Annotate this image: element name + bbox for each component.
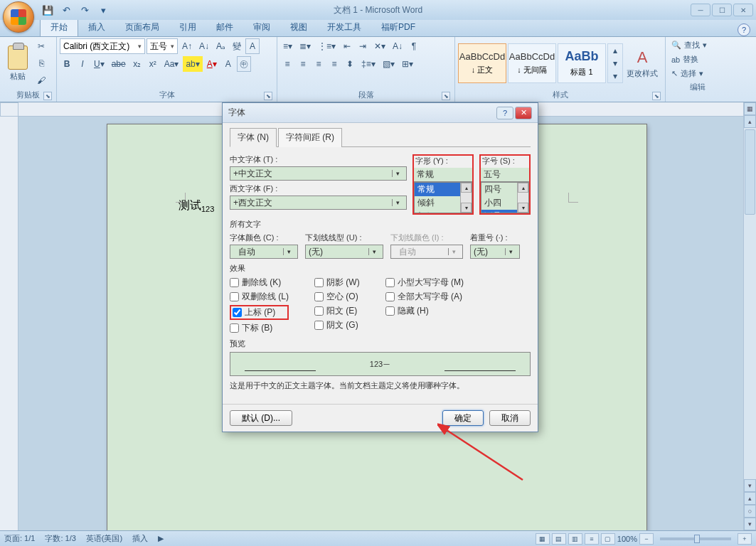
highlight-button[interactable]: ab▾ [183,56,202,72]
justify-button[interactable]: ≡ [327,56,341,72]
change-styles-button[interactable]: A 更改样式 [624,48,660,79]
dialog-help-button[interactable]: ? [496,107,513,119]
font-size-input[interactable]: 五号 [481,168,529,182]
multilevel-list-button[interactable]: ⋮≡▾ [315,38,339,54]
italic-button[interactable]: I [75,56,90,72]
zoom-thumb[interactable] [694,535,700,543]
tab-view[interactable]: 视图 [280,18,317,36]
shrink-font-icon[interactable]: A↓ [196,38,212,54]
grow-font-icon[interactable]: A↑ [179,38,195,54]
indent-right-button[interactable]: ⇥ [356,38,370,54]
enclose-char-button[interactable]: ㊥ [237,56,251,72]
indent-left-button[interactable]: ⇤ [340,38,354,54]
status-macro-icon[interactable]: ▶ [158,534,164,543]
scroll-thumb[interactable] [745,129,755,215]
align-left-button[interactable]: ≡ [280,56,294,72]
cancel-button[interactable]: 取消 [489,410,531,426]
checkbox-strikethrough[interactable]: 删除线 (K) [230,277,289,289]
zoom-slider[interactable] [660,537,731,540]
change-case-button[interactable]: Aa▾ [161,56,182,72]
styles-more[interactable]: ▾ [608,70,622,82]
checkbox-superscript[interactable]: 上标 (P) [230,305,289,320]
checkbox-small-caps[interactable]: 小型大写字母 (M) [385,277,464,289]
status-insert-mode[interactable]: 插入 [132,533,148,544]
redo-icon[interactable]: ↷ [77,2,92,18]
zoom-out-button[interactable]: − [639,533,654,545]
asian-layout-button[interactable]: ✕▾ [371,38,388,54]
vertical-scrollbar[interactable]: ▦ ▴ ▾ ▴ ○ ▾ [743,102,756,530]
qat-dropdown-icon[interactable]: ▾ [95,2,111,18]
distribute-button[interactable]: ⬍ [343,56,357,72]
select-button[interactable]: ↖选择▾ [669,67,706,80]
status-language[interactable]: 英语(美国) [86,533,122,544]
minimize-button[interactable]: ─ [691,4,710,16]
borders-button[interactable]: ⊞▾ [399,56,416,72]
zoom-in-button[interactable]: + [738,533,752,545]
checkbox-hidden[interactable]: 隐藏 (H) [385,305,464,317]
paste-button[interactable]: 粘贴 [3,46,33,82]
clipboard-dialog-launcher[interactable]: ⬊ [43,92,52,100]
underline-style-combo[interactable]: (无)▾ [305,245,383,259]
style-no-spacing[interactable]: AaBbCcDd↓ 无间隔 [508,43,556,83]
strikethrough-button[interactable]: abe [109,56,129,72]
style-heading-1[interactable]: AaBb标题 1 [558,43,606,83]
font-color-combo[interactable]: 自动▾ [230,245,298,259]
superscript-button[interactable]: x² [146,56,160,72]
dialog-tab-char-spacing[interactable]: 字符间距 (R) [278,128,342,147]
ruler-toggle-icon[interactable]: ▦ [744,102,756,115]
tab-home[interactable]: 开始 [40,18,78,36]
cut-icon[interactable]: ✂ [34,38,48,54]
clear-format-icon[interactable]: Aₐ [213,38,228,54]
tab-foxit-pdf[interactable]: 福昕PDF [371,18,425,36]
ok-button[interactable]: 确定 [442,410,484,426]
char-border-icon[interactable]: A [245,38,260,54]
underline-button[interactable]: U▾ [91,56,107,72]
font-size-list[interactable]: 四号 小四 五号 ▴▾ [481,182,529,213]
styles-scroll-up[interactable]: ▴ [608,44,622,57]
view-outline[interactable]: ≡ [585,533,599,545]
bullets-button[interactable]: ≡▾ [280,38,295,54]
align-right-button[interactable]: ≡ [312,56,326,72]
tab-page-layout[interactable]: 页面布局 [115,18,169,36]
checkbox-outline[interactable]: 空心 (O) [314,291,360,303]
shading-button[interactable]: ▧▾ [380,56,398,72]
checkbox-subscript[interactable]: 下标 (B) [230,322,289,334]
format-painter-icon[interactable]: 🖌 [34,73,48,88]
font-size-combo[interactable]: 五号▾ [147,38,178,54]
line-spacing-button[interactable]: ‡≡▾ [358,56,378,72]
default-button[interactable]: 默认 (D)... [230,410,292,426]
checkbox-double-strikethrough[interactable]: 双删除线 (L) [230,291,289,303]
checkbox-shadow[interactable]: 阴影 (W) [314,277,360,289]
help-icon[interactable]: ? [738,23,750,36]
tab-review[interactable]: 审阅 [243,18,280,36]
styles-scroll-down[interactable]: ▾ [608,57,622,70]
office-button[interactable] [3,1,34,33]
cn-font-combo[interactable]: +中文正文▾ [230,166,407,181]
close-button[interactable]: ✕ [733,4,753,16]
browse-object-button[interactable]: ○ [744,505,756,518]
view-web-layout[interactable]: ▥ [568,533,582,545]
vertical-ruler[interactable] [0,117,18,530]
subscript-button[interactable]: x₂ [130,56,144,72]
bold-button[interactable]: B [60,56,74,72]
styles-dialog-launcher[interactable]: ⬊ [652,92,661,100]
show-marks-button[interactable]: ¶ [407,38,421,54]
status-words[interactable]: 字数: 1/3 [45,533,75,544]
char-shading-button[interactable]: A [221,56,235,72]
font-dialog-launcher[interactable]: ⬊ [264,92,272,100]
copy-icon[interactable]: ⎘ [34,55,48,71]
scroll-down-button[interactable]: ▾ [744,479,756,492]
view-full-screen[interactable]: ▤ [552,533,566,545]
font-style-input[interactable]: 常规 [414,168,472,182]
checkbox-engrave[interactable]: 阴文 (G) [314,319,360,331]
font-color-button[interactable]: A▾ [204,56,220,72]
tab-references[interactable]: 引用 [169,18,206,36]
dialog-tab-font[interactable]: 字体 (N) [230,128,277,147]
maximize-button[interactable]: ☐ [712,4,732,16]
replace-button[interactable]: ab替换 [669,53,701,66]
save-icon[interactable]: 💾 [40,2,55,18]
prev-page-button[interactable]: ▴ [744,492,756,505]
status-page[interactable]: 页面: 1/1 [4,533,35,544]
tab-developer[interactable]: 开发工具 [317,18,371,36]
emphasis-combo[interactable]: (无)▾ [470,245,520,259]
